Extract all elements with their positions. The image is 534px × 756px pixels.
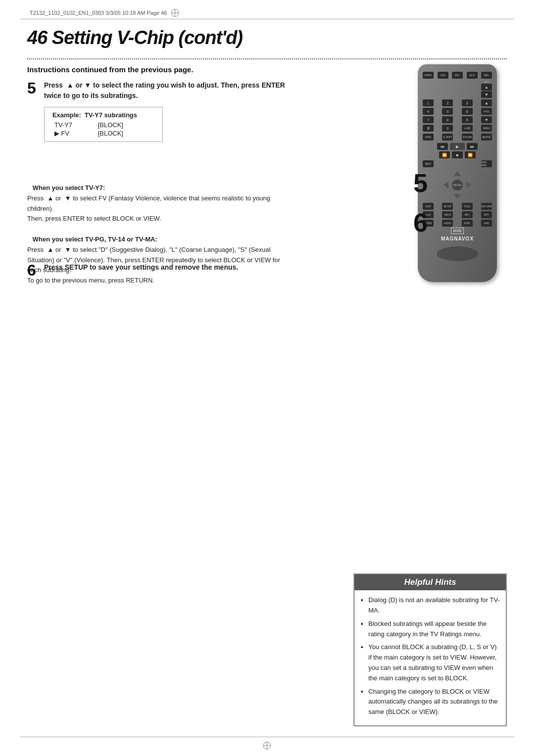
remote-btn-menu: MNU (481, 125, 492, 132)
helpful-hints-title: Helpful Hints (355, 574, 506, 590)
remote-prev-btn: ⏪ (439, 151, 450, 158)
remote-ch-group: CH ▲ ▼ (481, 80, 492, 98)
remote-nav-left (444, 182, 448, 189)
tv-y7-text2: Then, press ENTER to select BLOCK or VIE… (27, 214, 294, 224)
page-header: T2132_1102_0102_EN1_0303 3/3/05 10:18 AM… (30, 9, 179, 17)
remote-brand-logo: MAGNAVOX (423, 236, 492, 241)
remote-subtitle-btn: SUBT (462, 220, 473, 227)
remote-rec-row: REC DISC MNU (423, 160, 492, 167)
remote-btn-0: 0 (442, 125, 453, 132)
bottom-crosshair-icon (263, 742, 271, 751)
remote-clear-row: CLR SRCH RPT RPT (423, 211, 492, 218)
step5-number: 5 (27, 80, 39, 96)
remote-sleep-btn: SLP (467, 72, 478, 79)
remote-standby-btn: STBY (423, 72, 434, 79)
remote-btn-1: 1 (423, 99, 434, 106)
remote-zoom-btn: ZOOM (462, 134, 473, 141)
remote-rewind-btn: ⏮ (437, 143, 448, 150)
remote-ch-up: ▲ (481, 84, 492, 91)
remote-btn-6: 6 (462, 108, 473, 115)
list-item: Blocked subratings will appear beside th… (368, 619, 500, 640)
remote-btn-4: 4 (423, 108, 434, 115)
remote-ch-label: CH (485, 80, 489, 83)
step5-row: 5 Press ▲ or ▼ to select the rating you … (27, 80, 304, 101)
step5-container: 5 Press ▲ or ▼ to select the rating you … (27, 80, 304, 142)
dotted-rule (27, 58, 507, 59)
remote-btn-2: 2 (442, 99, 453, 106)
helpful-hints-content: Dialog (D) is not an available subrating… (355, 590, 506, 725)
remote-record-btn: REC (423, 160, 434, 167)
example-box: Example: TV-Y7 subratings TV-Y7 [BLOCK] … (44, 107, 163, 142)
remote-ctrl-row: SPD C.RST ZOOM MUTE (423, 134, 492, 141)
remote-search-btn: SRCH (442, 211, 453, 218)
remote-num-row4: ⏸ 0 +100 MNU (423, 125, 492, 132)
step5-text: Press ▲ or ▼ to select the rating you wi… (44, 80, 304, 101)
remote-stop-row: ⏪ ■ ⏩ (423, 151, 492, 158)
crosshair-icon-bottom (263, 742, 271, 750)
remote-angle-btn: ANG (481, 220, 492, 227)
tv-y7-text1: Press ▲ or ▼ to select FV (Fantasy Viole… (27, 193, 294, 214)
remote-disc-menu-btn: DISC MNU (481, 160, 492, 167)
remote-picture-btn: PIC (452, 72, 463, 79)
remote-next-btn: ⏩ (465, 151, 476, 158)
remote-btn-8: 8 (442, 116, 453, 123)
remote-btn-9: 9 (462, 116, 473, 123)
tv-pg-heading: When you select TV-PG, TV-14 or TV-MA: (27, 235, 294, 245)
remote-btn-ch-down: ▼ (481, 116, 492, 123)
remote-nav-down (454, 194, 461, 199)
bottom-rule (20, 737, 514, 737)
remote-dvd-logo: DVD (423, 228, 492, 233)
crosshair-icon (171, 9, 179, 17)
remote-creset-btn: C.RST (442, 134, 453, 141)
table-cell: ▶ FV (52, 129, 96, 138)
remote-audio-btn: AUDIO (442, 220, 453, 227)
step6-text: Press SETUP to save your settings and re… (44, 262, 294, 273)
list-item: Changing the category to BLOCK or VIEW a… (368, 687, 500, 717)
header-text: T2132_1102_0102_EN1_0303 3/3/05 10:18 AM… (30, 10, 167, 16)
step6-container: 6 Press SETUP to save your settings and … (27, 262, 294, 278)
table-cell: [BLOCK] (96, 129, 154, 138)
helpful-hints-box: Helpful Hints Dialog (D) is not an avail… (354, 573, 507, 726)
section-heading: Instructions continued from the previous… (27, 65, 193, 74)
table-row: ▶ FV [BLOCK] (52, 129, 154, 138)
remote-nav-up (454, 171, 461, 176)
remote-btn-3: 3 (462, 99, 473, 106)
table-cell: TV-Y7 (52, 121, 96, 129)
remote-on-btn: ON (438, 72, 448, 79)
remote-stop-btn: ■ (452, 151, 463, 158)
remote-play-btn: ▶ (450, 143, 465, 150)
remote-display-row: DISP SETUP TITLE RETURN (423, 203, 492, 210)
remote-repeat2-btn: RPT (481, 211, 492, 218)
remote-btn-5: 5 (442, 108, 453, 115)
remote-transport: ⏮ ▶ ⏭ (423, 143, 492, 150)
remote-setup-btn: SETUP (442, 203, 453, 210)
remote-btn-vol: VOL (481, 108, 492, 115)
remote-ch-down: ▼ (481, 91, 492, 98)
remote-return-btn: RETURN (481, 203, 492, 210)
step6-number: 6 (27, 262, 39, 278)
tv-y7-heading: When you select TV-Y7: (27, 183, 294, 193)
list-item: You cannot BLOCK a subrating (D, L, S or… (368, 642, 500, 683)
remote-bottom-oval (437, 246, 478, 261)
remote-mode-row: MODE AUDIO SUBT ANG (423, 220, 492, 227)
remote-nav-right (466, 182, 471, 189)
remote-mute-btn: MUTE (481, 134, 492, 141)
top-rule (20, 19, 514, 19)
remote-ffwd-btn: ⏭ (467, 143, 478, 150)
remote-chvol-area: CH ▲ ▼ (423, 80, 492, 98)
step5-large-indicator: 5 (413, 168, 428, 198)
remote-num-row3: 7 8 9 ▼ (423, 116, 492, 123)
example-label: Example: TV-Y7 subratings (52, 111, 154, 119)
example-table: TV-Y7 [BLOCK] ▶ FV [BLOCK] (52, 121, 154, 138)
helpful-hints-list: Dialog (D) is not an available subrating… (360, 595, 500, 717)
page-title: 46 Setting V-Chip (cont'd) (27, 27, 243, 48)
remote-title-btn: TITLE (462, 203, 473, 210)
remote-btn-100: +100 (462, 125, 473, 132)
remote-enter-btn: ENTER (452, 180, 463, 190)
remote-numpad: 1 2 3 ▲ 4 5 6 VOL 7 8 9 ▼ ⏸ 0 +100 MNU (423, 99, 492, 132)
remote-btn-7: 7 (423, 116, 434, 123)
remote-nav-cluster: ENTER (443, 170, 472, 200)
remote-body: STBY ON PIC SLP SEL CH ▲ ▼ 1 2 3 ▲ 4 (418, 64, 497, 282)
remote-select-btn: SEL (481, 72, 492, 79)
list-item: Dialog (D) is not an available subrating… (368, 595, 500, 616)
